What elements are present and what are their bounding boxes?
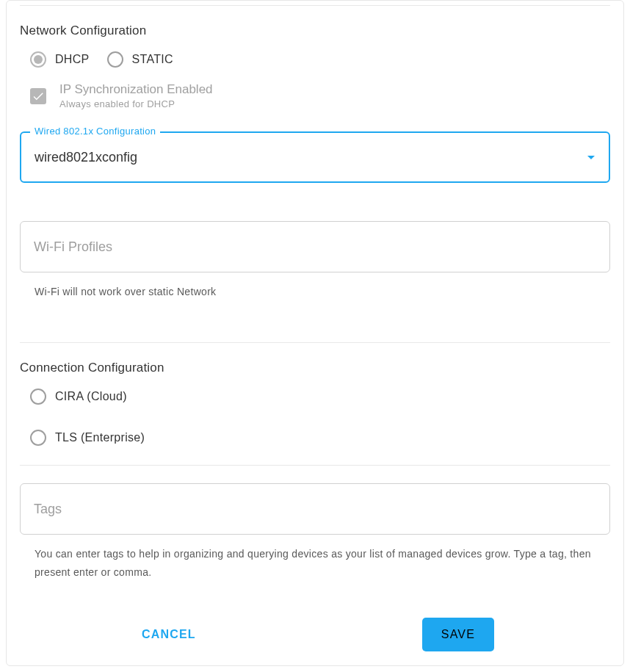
ip-sync-sublabel: Always enabled for DHCP [59,98,213,109]
cira-radio-label: CIRA (Cloud) [55,390,127,403]
ip-sync-checkbox-row: IP Synchronization Enabled Always enable… [20,82,610,109]
radio-selected-icon [30,51,46,68]
static-radio[interactable]: STATIC [107,51,173,68]
wired-8021x-select[interactable]: Wired 802.1x Configuration wired8021xcon… [20,131,610,183]
divider [20,342,610,343]
tls-radio-row: TLS (Enterprise) [20,430,610,446]
ip-sync-texts: IP Synchronization Enabled Always enable… [59,82,213,109]
ip-sync-label: IP Synchronization Enabled [59,82,213,97]
tls-radio[interactable]: TLS (Enterprise) [30,430,145,446]
tags-input[interactable]: Tags [20,483,610,535]
radio-unselected-icon [107,51,123,68]
chevron-down-icon [587,151,595,164]
cira-radio[interactable]: CIRA (Cloud) [30,389,127,405]
wifi-helper-text: Wi-Fi will not work over static Network [35,283,610,301]
tls-radio-label: TLS (Enterprise) [55,431,145,444]
static-radio-label: STATIC [132,53,173,66]
divider [20,465,610,466]
network-config-title: Network Configuration [20,24,610,38]
radio-unselected-icon [30,389,46,405]
cancel-button[interactable]: CANCEL [136,621,202,648]
wifi-profiles-placeholder: Wi-Fi Profiles [34,239,112,255]
dhcp-radio[interactable]: DHCP [30,51,90,68]
settings-card: Network Configuration DHCP STATIC IP Syn… [6,0,624,666]
cira-radio-row: CIRA (Cloud) [20,389,610,405]
tags-helper-text: You can enter tags to help in organizing… [35,545,610,582]
network-mode-radio-group: DHCP STATIC [20,51,610,68]
dhcp-radio-label: DHCP [55,53,90,66]
wired-8021x-label: Wired 802.1x Configuration [30,126,160,137]
ip-sync-checkbox[interactable] [30,88,46,104]
wired-8021x-value: wired8021xconfig [35,150,137,165]
form-actions: CANCEL SAVE [20,618,610,651]
wifi-profiles-input[interactable]: Wi-Fi Profiles [20,221,610,272]
tags-placeholder: Tags [34,502,62,517]
save-button[interactable]: SAVE [422,618,494,651]
radio-unselected-icon [30,430,46,446]
check-icon [32,90,45,103]
connection-config-title: Connection Configuration [20,361,610,375]
divider [20,5,610,6]
